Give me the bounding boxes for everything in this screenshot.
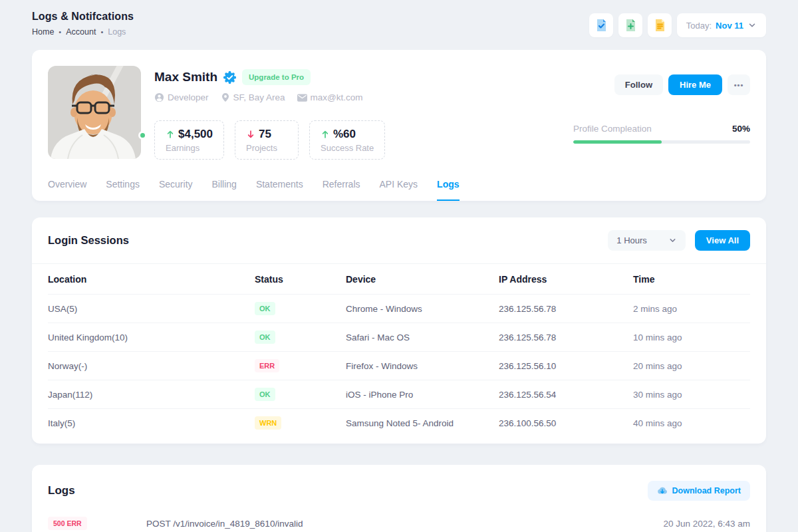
tab-security[interactable]: Security [159, 179, 193, 201]
breadcrumb-separator: • [100, 29, 103, 36]
profile-completion: Profile Compleation 50% [573, 124, 750, 144]
column-header-ip: IP Address [499, 274, 633, 285]
profile-role: Developer [154, 92, 209, 102]
stat-label: Earnings [166, 143, 213, 153]
location-pin-icon [221, 92, 230, 102]
tab-overview[interactable]: Overview [48, 179, 86, 201]
view-all-button[interactable]: View All [695, 230, 750, 251]
hours-filter-select[interactable]: 1 Hours [608, 230, 686, 251]
follow-button[interactable]: Follow [614, 74, 663, 95]
toolbar-left: Logs & Notifcations Home • Account • Log… [32, 11, 134, 37]
breadcrumb-home[interactable]: Home [32, 27, 54, 37]
page-title: Logs & Notifcations [32, 11, 134, 23]
log-status-badge: 500 ERR [48, 517, 87, 530]
stat-value: 75 [259, 128, 271, 141]
file-check-button[interactable] [589, 13, 613, 37]
stat-label: Projects [246, 143, 287, 153]
user-icon [154, 92, 164, 102]
tab-api-keys[interactable]: API Keys [380, 179, 418, 201]
column-header-time: Time [633, 274, 750, 285]
hire-me-button[interactable]: Hire Me [668, 74, 722, 95]
completion-label: Profile Compleation [573, 124, 652, 134]
mail-icon [297, 94, 307, 102]
chevron-down-icon [747, 21, 757, 30]
table-row: USA(5) OK Chrome - Windows 236.125.56.78… [48, 295, 750, 323]
cell-location: Japan(112) [48, 390, 255, 400]
tab-logs[interactable]: Logs [437, 179, 459, 201]
profile-location: SF, Bay Area [221, 92, 285, 102]
file-plus-button[interactable] [618, 13, 642, 37]
date-value: Nov 11 [716, 21, 743, 31]
file-lines-button[interactable] [648, 13, 672, 37]
toolbar: Logs & Notifcations Home • Account • Log… [0, 0, 798, 37]
cell-device: iOS - iPhone Pro [346, 390, 499, 400]
avatar-image [48, 66, 141, 159]
completion-progress-track [573, 140, 750, 144]
profile-email: max@kt.com [297, 92, 363, 102]
table-row: Japan(112) OK iOS - iPhone Pro 236.125.5… [48, 380, 750, 409]
breadcrumb-current: Logs [108, 27, 126, 37]
date-selector[interactable]: Today: Nov 11 [677, 13, 766, 37]
cloud-download-icon [657, 486, 668, 495]
date-label: Today: [686, 21, 712, 31]
arrow-down-icon [246, 130, 255, 139]
table-row: United Kingdom(10) OK Safari - Mac OS 23… [48, 323, 750, 352]
verified-badge-icon [223, 71, 236, 84]
cell-time: 10 mins ago [633, 332, 750, 342]
status-badge: WRN [255, 416, 281, 430]
upgrade-to-pro-badge[interactable]: Upgrade to Pro [242, 69, 311, 85]
cell-location: Norway(-) [48, 361, 255, 371]
arrow-up-icon [321, 130, 330, 139]
profile-tabs: Overview Settings Security Billing State… [48, 179, 750, 201]
file-lines-icon [653, 19, 666, 32]
tab-referrals[interactable]: Referrals [323, 179, 360, 201]
column-header-status: Status [255, 274, 346, 285]
cell-location: Italy(5) [48, 418, 255, 428]
stat-success-rate: %60 Success Rate [309, 120, 385, 160]
status-badge: OK [255, 302, 275, 315]
cell-ip: 236.125.56.54 [499, 390, 633, 400]
more-options-button[interactable]: ••• [728, 74, 750, 95]
log-row: 500 ERR POST /v1/invoice/in_4819_8610/in… [32, 510, 766, 530]
arrow-up-icon [166, 130, 175, 139]
breadcrumb-separator: • [59, 29, 61, 36]
cell-location: United Kingdom(10) [48, 332, 255, 342]
cell-ip: 236.100.56.50 [499, 418, 633, 428]
tab-statements[interactable]: Statements [256, 179, 303, 201]
table-row: Italy(5) WRN Samsung Noted 5- Android 23… [48, 409, 750, 437]
download-report-button[interactable]: Download Report [648, 481, 750, 501]
tab-billing[interactable]: Billing [212, 179, 237, 201]
stat-value: $4,500 [178, 128, 213, 141]
profile-info: Max Smith Upgrade to Pro [154, 66, 573, 160]
status-badge: OK [255, 331, 275, 344]
file-check-icon [595, 19, 608, 32]
online-status-dot [138, 131, 147, 140]
logs-title: Logs [48, 484, 75, 497]
login-sessions-card: Login Sessions 1 Hours View All Location… [32, 217, 766, 444]
breadcrumb: Home • Account • Logs [32, 27, 134, 37]
status-badge: ERR [255, 359, 279, 372]
stat-value: %60 [333, 128, 356, 141]
cell-time: 20 mins ago [633, 361, 750, 371]
column-header-device: Device [346, 274, 499, 285]
cell-device: Safari - Mac OS [346, 332, 499, 342]
table-row: Norway(-) ERR Firefox - Windows 236.125.… [48, 352, 750, 380]
profile-right: Follow Hire Me ••• Profile Compleation 5… [573, 66, 750, 160]
toolbar-actions: Today: Nov 11 [589, 13, 766, 37]
log-path: POST /v1/invoice/in_4819_8610/invalid [146, 519, 663, 529]
column-header-location: Location [48, 274, 255, 285]
tab-settings[interactable]: Settings [106, 179, 140, 201]
profile-stats: $4,500 Earnings 75 Projects %60 [154, 120, 573, 160]
cell-location: USA(5) [48, 304, 255, 314]
table-header-row: Location Status Device IP Address Time [48, 264, 750, 295]
chevron-down-icon [668, 236, 677, 245]
cell-ip: 236.125.56.10 [499, 361, 633, 371]
cell-time: 40 mins ago [633, 418, 750, 428]
stat-projects: 75 Projects [235, 120, 299, 160]
stat-earnings: $4,500 Earnings [154, 120, 224, 160]
cell-ip: 236.125.56.78 [499, 304, 633, 314]
sessions-table: Location Status Device IP Address Time U… [32, 264, 766, 444]
completion-bar-fill [573, 140, 662, 144]
login-sessions-title: Login Sessions [48, 234, 129, 247]
breadcrumb-account[interactable]: Account [66, 27, 96, 37]
